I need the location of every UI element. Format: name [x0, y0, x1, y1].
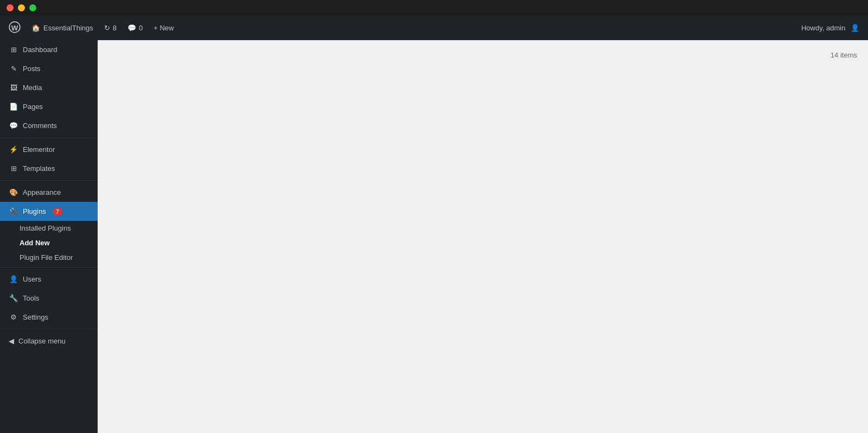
sidebar-item-label: Templates: [23, 164, 55, 173]
sidebar-item-tools[interactable]: 🔧 Tools: [0, 289, 98, 308]
appearance-icon: 🎨: [9, 188, 18, 196]
sidebar-item-comments[interactable]: 💬 Comments: [0, 116, 98, 135]
sidebar-item-media[interactable]: 🖼 Media: [0, 78, 98, 97]
plugins-badge: 7: [53, 208, 62, 215]
main-layout: ⊞ Dashboard ✎ Posts 🖼 Media 📄 Pages 💬 Co…: [0, 40, 868, 433]
sidebar-item-label: Plugins: [23, 207, 46, 215]
sidebar-item-appearance[interactable]: 🎨 Appearance: [0, 183, 98, 202]
templates-icon: ⊞: [9, 164, 18, 173]
updates-count: 8: [113, 24, 117, 32]
settings-icon: ⚙: [9, 313, 18, 321]
updates-icon: ↻: [104, 24, 110, 32]
pages-icon: 📄: [9, 103, 18, 111]
dashboard-icon: ⊞: [9, 46, 18, 54]
content-area: 14 items: [98, 40, 868, 433]
items-count: 14 items: [831, 51, 857, 59]
plugins-icon: 🔌: [9, 207, 18, 215]
sidebar-divider-3: [0, 267, 98, 268]
sidebar-item-label: Comments: [23, 122, 57, 130]
new-label: + New: [154, 24, 174, 32]
home-icon: 🏠: [31, 24, 40, 32]
sidebar-submenu-plugin-file-editor[interactable]: Plugin File Editor: [0, 250, 98, 265]
sidebar-item-dashboard[interactable]: ⊞ Dashboard: [0, 40, 98, 59]
content-header: 14 items: [108, 51, 857, 59]
elementor-icon: ⚡: [9, 145, 18, 154]
sidebar-item-plugins[interactable]: 🔌 Plugins 7: [0, 202, 98, 221]
sidebar-item-posts[interactable]: ✎ Posts: [0, 59, 98, 78]
sidebar-item-label: Users: [23, 275, 41, 283]
sidebar-item-label: Pages: [23, 103, 43, 111]
media-icon: 🖼: [9, 84, 18, 92]
sidebar-item-elementor[interactable]: ⚡ Elementor: [0, 140, 98, 159]
sidebar-item-settings[interactable]: ⚙ Settings: [0, 308, 98, 327]
sidebar-item-label: Appearance: [23, 188, 61, 196]
comments-count: 0: [139, 24, 143, 32]
sidebar-item-label: Settings: [23, 313, 48, 321]
sidebar-item-templates[interactable]: ⊞ Templates: [0, 159, 98, 178]
posts-icon: ✎: [9, 65, 18, 73]
sidebar-submenu-add-new[interactable]: Add New: [0, 235, 98, 250]
sidebar-item-users[interactable]: 👤 Users: [0, 270, 98, 289]
adminbar-site[interactable]: 🏠 EssentialThings: [31, 24, 93, 32]
sidebar-divider-4: [0, 329, 98, 329]
sidebar-item-pages[interactable]: 📄 Pages: [0, 97, 98, 116]
sidebar-item-label: Tools: [23, 294, 39, 302]
adminbar-new[interactable]: + New: [154, 24, 174, 32]
sidebar-divider: [0, 137, 98, 138]
collapse-label: Collapse menu: [18, 337, 66, 345]
sidebar: ⊞ Dashboard ✎ Posts 🖼 Media 📄 Pages 💬 Co…: [0, 40, 98, 433]
sidebar-divider-2: [0, 180, 98, 181]
tools-icon: 🔧: [9, 294, 18, 302]
sidebar-item-label: Elementor: [23, 145, 55, 154]
svg-text:W: W: [11, 23, 18, 31]
site-name: EssentialThings: [43, 24, 93, 32]
sidebar-submenu-installed-plugins[interactable]: Installed Plugins: [0, 221, 98, 235]
sidebar-item-label: Dashboard: [23, 46, 58, 54]
admin-avatar-icon: 👤: [851, 24, 859, 32]
users-icon: 👤: [9, 275, 18, 283]
adminbar-updates[interactable]: ↻ 8: [104, 24, 117, 32]
comments-icon: 💬: [127, 24, 136, 32]
titlebar: [0, 0, 868, 15]
comments-icon: 💬: [9, 122, 18, 130]
sidebar-item-label: Posts: [23, 65, 41, 73]
adminbar-comments[interactable]: 💬 0: [127, 24, 143, 32]
wp-logo-icon[interactable]: W: [9, 21, 21, 35]
maximize-button[interactable]: [29, 4, 36, 11]
sidebar-collapse-button[interactable]: ◀ Collapse menu: [0, 332, 98, 351]
close-button[interactable]: [7, 4, 14, 11]
adminbar-howdy: Howdy, admin 👤: [801, 24, 859, 32]
admin-bar: W 🏠 EssentialThings ↻ 8 💬 0 + New Howdy,…: [0, 15, 868, 40]
minimize-button[interactable]: [18, 4, 25, 11]
collapse-icon: ◀: [9, 337, 14, 345]
sidebar-item-label: Media: [23, 84, 42, 92]
